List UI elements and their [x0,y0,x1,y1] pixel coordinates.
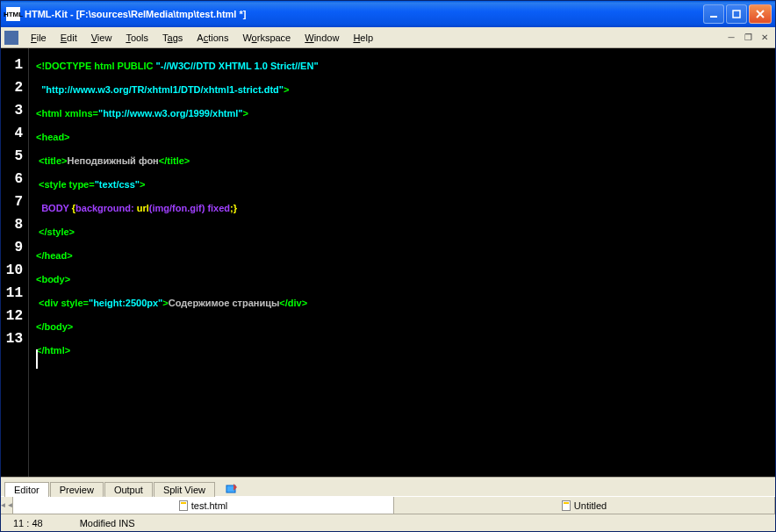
menu-window[interactable]: Window [298,30,346,46]
cursor-position: 11 : 48 [8,518,48,528]
doctab-untitled[interactable]: Untitled [394,497,775,514]
tab-split[interactable]: Split View [154,482,215,497]
svg-rect-1 [733,11,740,18]
document-tabs: ◄◄ test.html Untitled [1,496,775,514]
toggle-icon[interactable] [225,482,239,496]
file-icon [179,500,188,511]
view-tabs: Editor Preview Output Split View [1,477,775,496]
menu-tools[interactable]: Tools [119,30,155,46]
menu-file[interactable]: File [24,30,54,46]
menu-help[interactable]: Help [346,30,380,46]
window-title: HTML-Kit - [F:\sources\RelMedia\tmp\test… [25,9,703,19]
menu-edit[interactable]: Edit [54,30,84,46]
menu-workspace[interactable]: Workspace [235,30,298,46]
statusbar: 11 : 48 Modified INS [1,514,775,531]
child-restore-icon[interactable]: ❐ [741,32,755,44]
tab-output[interactable]: Output [104,482,153,497]
line-gutter: 1 2 3 4 5 6 7 8 9 10 11 12 13 [1,48,29,477]
child-close-icon[interactable]: ✕ [758,32,772,44]
code-content[interactable]: <!DOCTYPE html PUBLIC "-//W3C//DTD XHTML… [29,48,775,477]
menu-tags[interactable]: Tags [155,30,190,46]
app-icon: HTML [6,7,20,21]
menubar: File Edit View Tools Tags Actions Worksp… [1,27,775,48]
tab-preview[interactable]: Preview [50,482,104,497]
file-icon [562,500,571,511]
menu-actions[interactable]: Actions [190,30,235,46]
doc-icon [4,31,18,45]
scroll-left-icon[interactable]: ◄◄ [1,497,13,514]
doctab-test[interactable]: test.html [13,497,394,514]
svg-rect-0 [710,16,717,18]
editor-area[interactable]: 1 2 3 4 5 6 7 8 9 10 11 12 13 <!DOCTYPE … [1,48,775,477]
tab-editor[interactable]: Editor [4,482,49,497]
minimize-button[interactable] [703,4,724,24]
editor-state: Modified INS [75,518,140,528]
menu-view[interactable]: View [84,30,119,46]
text-cursor [36,349,38,369]
titlebar: HTML HTML-Kit - [F:\sources\RelMedia\tmp… [1,1,775,27]
maximize-button[interactable] [726,4,747,24]
child-minimize-icon[interactable]: ─ [724,32,738,44]
close-button[interactable] [749,4,772,24]
